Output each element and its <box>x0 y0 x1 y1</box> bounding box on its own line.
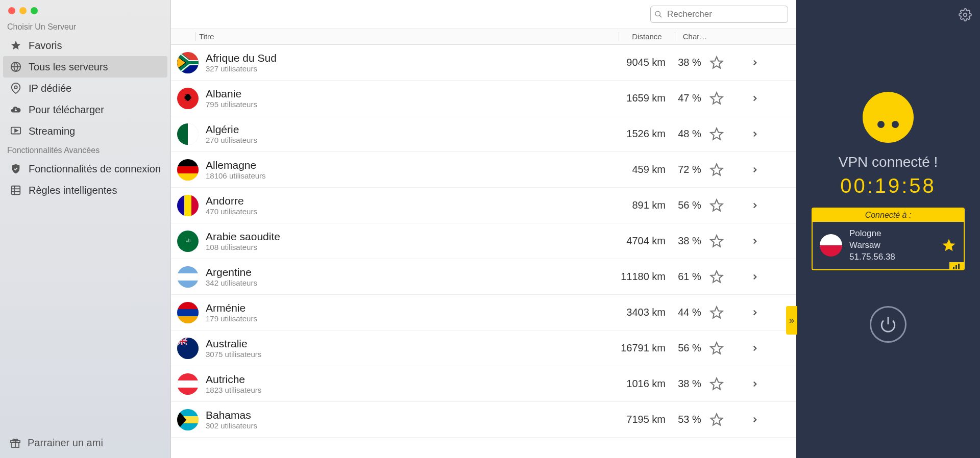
favorite-button[interactable] <box>709 56 750 70</box>
minimize-window[interactable] <box>19 7 27 14</box>
favorite-button[interactable] <box>709 198 750 213</box>
sidebar-item-label: IP dédiée <box>29 83 71 94</box>
sidebar-item-label: Fonctionnalités de connexion <box>29 163 161 175</box>
expand-button[interactable] <box>750 94 791 103</box>
favorite-button[interactable] <box>709 163 750 177</box>
svg-marker-28 <box>710 414 722 425</box>
favorite-button[interactable] <box>709 306 750 320</box>
server-load: 38 % <box>670 57 709 68</box>
sidebar-item-shield[interactable]: Fonctionnalités de connexion <box>0 158 170 180</box>
sidebar-item-label: Tous les serveurs <box>29 61 108 73</box>
connection-country: Pologne <box>849 228 934 240</box>
expand-button[interactable] <box>750 130 791 139</box>
svg-marker-16 <box>710 57 722 68</box>
expand-button[interactable] <box>750 201 791 210</box>
col-load[interactable]: Char… <box>675 32 715 41</box>
sidebar-item-star[interactable]: Favoris <box>0 35 170 56</box>
server-list[interactable]: Afrique du Sud327 utilisateurs9045 km38 … <box>171 45 796 458</box>
expand-button[interactable] <box>750 379 791 389</box>
server-load: 38 % <box>670 378 709 390</box>
favorite-button[interactable] <box>709 377 750 391</box>
server-users: 470 utilisateurs <box>206 207 614 216</box>
table-header: Titre Distance Char… <box>171 29 796 45</box>
server-row[interactable]: Bahamas302 utilisateurs7195 km53 % <box>171 402 796 438</box>
server-name: Afrique du Sud <box>206 52 614 64</box>
sidebar-item-cloud[interactable]: Pour télécharger <box>0 99 170 120</box>
svg-rect-32 <box>955 265 957 269</box>
server-distance: 7195 km <box>614 414 670 425</box>
col-title[interactable]: Titre <box>195 32 619 41</box>
connection-panel: VPN connecté ! 00:19:58 Connecté à : Pol… <box>796 0 980 458</box>
expand-button[interactable] <box>750 58 791 67</box>
svg-point-29 <box>964 13 967 17</box>
flag-icon <box>177 302 199 323</box>
close-window[interactable] <box>8 7 15 14</box>
server-distance: 459 km <box>614 164 670 175</box>
play-icon <box>9 124 22 138</box>
connection-card-header: Connecté à : <box>813 209 964 222</box>
collapse-panel-button[interactable]: » <box>786 306 797 335</box>
expand-button[interactable] <box>750 272 791 282</box>
server-users: 327 utilisateurs <box>206 64 614 73</box>
maximize-window[interactable] <box>31 7 38 14</box>
sidebar-item-pin[interactable]: IP dédiée <box>0 78 170 99</box>
connection-card[interactable]: Connecté à : Pologne Warsaw 51.75.56.38 <box>812 208 965 270</box>
server-row[interactable]: Australie3075 utilisateurs16791 km56 % <box>171 330 796 366</box>
sidebar-item-play[interactable]: Streaming <box>0 120 170 142</box>
flag-icon <box>177 123 199 145</box>
server-row[interactable]: Afrique du Sud327 utilisateurs9045 km38 … <box>171 45 796 81</box>
server-distance: 1016 km <box>614 378 670 390</box>
server-load: 38 % <box>670 235 709 247</box>
server-row[interactable]: ﷲArabie saoudite108 utilisateurs4704 km3… <box>171 223 796 259</box>
server-name: Algérie <box>206 123 614 136</box>
svg-marker-25 <box>710 342 722 353</box>
server-load: 53 % <box>670 414 709 425</box>
flag-icon <box>177 159 199 181</box>
favorite-star-icon[interactable] <box>941 238 957 253</box>
favorite-button[interactable] <box>709 341 750 355</box>
expand-button[interactable] <box>750 237 791 246</box>
server-row[interactable]: Albanie795 utilisateurs1659 km47 % <box>171 81 796 116</box>
referral-link[interactable]: Parrainer un ami <box>0 427 170 458</box>
search-input[interactable] <box>650 6 788 23</box>
col-distance[interactable]: Distance <box>619 32 675 41</box>
server-row[interactable]: Argentine342 utilisateurs11180 km61 % <box>171 259 796 295</box>
expand-button[interactable] <box>750 344 791 353</box>
server-row[interactable]: Autriche1823 utilisateurs1016 km38 % <box>171 366 796 402</box>
favorite-button[interactable] <box>709 413 750 427</box>
server-row[interactable]: Arménie179 utilisateurs3403 km44 % <box>171 295 796 330</box>
settings-button[interactable] <box>959 8 972 21</box>
flag-icon <box>177 52 199 73</box>
sidebar-item-label: Favoris <box>29 40 62 52</box>
sidebar-item-globe[interactable]: Tous les serveurs <box>3 56 167 78</box>
favorite-button[interactable] <box>709 270 750 284</box>
server-row[interactable]: Andorre470 utilisateurs891 km56 % <box>171 188 796 223</box>
server-row[interactable]: Allemagne18106 utilisateurs459 km72 % <box>171 152 796 188</box>
server-load: 56 % <box>670 342 709 354</box>
topbar <box>171 0 796 29</box>
power-button[interactable] <box>870 306 906 343</box>
svg-rect-33 <box>958 264 960 269</box>
globe-icon <box>9 60 22 73</box>
svg-marker-21 <box>710 235 722 246</box>
server-row[interactable]: Algérie270 utilisateurs1526 km48 % <box>171 116 796 152</box>
expand-button[interactable] <box>750 165 791 174</box>
stats-icon[interactable] <box>949 262 964 270</box>
server-distance: 4704 km <box>614 235 670 247</box>
svg-marker-30 <box>943 239 955 251</box>
favorite-button[interactable] <box>709 234 750 248</box>
favorite-button[interactable] <box>709 127 750 141</box>
expand-button[interactable] <box>750 415 791 424</box>
svg-marker-17 <box>710 92 722 104</box>
svg-marker-18 <box>710 128 722 139</box>
sidebar-item-grid[interactable]: Règles intelligentes <box>0 180 170 201</box>
flag-icon <box>177 88 199 109</box>
favorite-button[interactable] <box>709 91 750 106</box>
server-distance: 1659 km <box>614 92 670 104</box>
expand-button[interactable] <box>750 308 791 317</box>
server-name: Arabie saoudite <box>206 231 614 243</box>
main-panel: Titre Distance Char… Afrique du Sud327 u… <box>171 0 796 458</box>
sidebar: Choisir Un Serveur FavorisTous les serve… <box>0 0 171 458</box>
flag-icon <box>177 266 199 288</box>
server-name: Argentine <box>206 266 614 278</box>
